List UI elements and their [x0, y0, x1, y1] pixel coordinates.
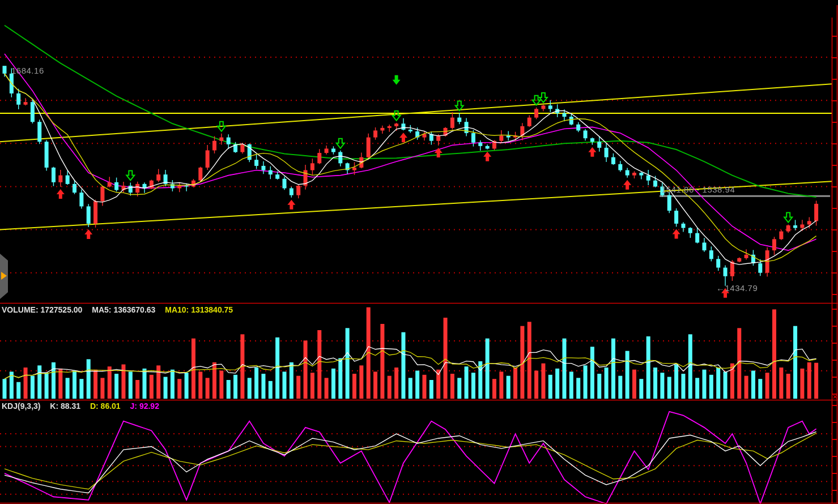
- alert-price-label: 1541.86 - 1538.94: [661, 185, 735, 194]
- kdj-k-readout: K: 88.31: [50, 402, 80, 411]
- low-price-label: ←1434.79: [716, 283, 758, 293]
- expand-arrow-icon: [1, 272, 7, 280]
- high-price-label: 1684.16: [11, 66, 44, 75]
- volume-ma5-readout: MA5: 1363670.63: [92, 305, 155, 314]
- volume-panel[interactable]: [0, 303, 832, 400]
- stock-chart-window: { "header": { "title": "创业板指(60分钟.前复权)",…: [0, 0, 838, 504]
- kdj-header-row: KDJ(9,3,3) K: 88.31 D: 86.01 J: 92.92: [2, 402, 167, 411]
- kdj-d-readout: D: 86.01: [90, 402, 121, 411]
- kdj-panel[interactable]: [0, 400, 832, 503]
- volume-readout: VOLUME: 1727525.00: [2, 305, 82, 314]
- close-icon[interactable]: ×: [833, 392, 837, 401]
- main-chart-panel[interactable]: [0, 18, 832, 303]
- kdj-name: KDJ(9,3,3): [2, 402, 40, 411]
- sidebar-expand-handle[interactable]: [0, 254, 8, 299]
- kdj-j-readout: J: 92.92: [130, 402, 159, 411]
- volume-header-row: VOLUME: 1727525.00 MA5: 1363670.63 MA10:…: [2, 305, 240, 314]
- volume-ma10-readout: MA10: 1313840.75: [165, 305, 233, 314]
